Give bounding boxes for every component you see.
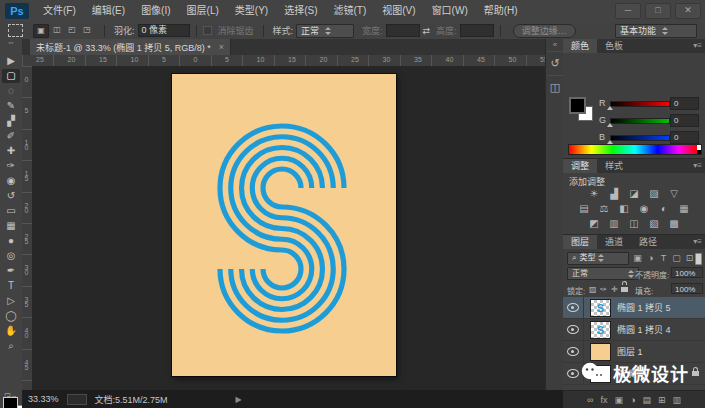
history-panel-icon[interactable]: ↺ <box>547 51 563 74</box>
slider-thumb-icon[interactable] <box>607 123 613 127</box>
ellipse-tool[interactable]: ◯ <box>2 309 20 323</box>
layers-tab-1[interactable]: 通道 <box>597 235 631 249</box>
pen-tool[interactable]: ✒ <box>2 264 20 278</box>
refine-edge-button[interactable]: 调整边缘… <box>513 24 576 38</box>
delete-layer-icon[interactable]: ▥ <box>672 395 681 405</box>
channel-slider[interactable] <box>610 101 670 107</box>
workspace-switcher[interactable]: 基本功能 <box>615 24 697 38</box>
adjustments-tab-1[interactable]: 样式 <box>597 159 631 173</box>
eye-icon[interactable] <box>567 369 579 378</box>
swap-dimensions-icon[interactable]: ⇄ <box>423 26 431 36</box>
type-tool[interactable]: T <box>2 279 20 293</box>
adjustments-menu-icon[interactable]: ▾≡ <box>693 159 702 173</box>
menu-item-6[interactable]: 滤镜(T) <box>327 0 374 22</box>
height-input[interactable] <box>460 24 494 37</box>
maximize-button[interactable]: □ <box>645 3 671 19</box>
menu-item-3[interactable]: 图层(L) <box>180 0 226 22</box>
close-tab-icon[interactable]: × <box>219 42 224 52</box>
exposure-icon[interactable]: ▨ <box>647 188 661 200</box>
expand-panels-icon[interactable]: « <box>548 40 562 49</box>
minimize-button[interactable]: ─ <box>615 3 641 19</box>
crop-tool[interactable]: ▞ <box>2 114 20 128</box>
menu-item-8[interactable]: 窗口(W) <box>425 0 475 22</box>
opacity-value[interactable]: 100% <box>671 267 703 278</box>
lock-position-icon[interactable]: ✛ <box>611 285 618 294</box>
blend-mode-dropdown[interactable]: 正常 <box>567 267 639 280</box>
color-balance-icon[interactable]: ⚖ <box>597 203 611 215</box>
lock-all-icon[interactable] <box>621 285 628 294</box>
adjustments-tab-0[interactable]: 调整 <box>563 159 597 173</box>
vibrance-icon[interactable]: ▽ <box>667 188 681 200</box>
fill-value[interactable]: 100% <box>671 283 703 294</box>
eye-icon[interactable] <box>567 303 579 312</box>
intersect-selection[interactable]: ◳ <box>80 24 94 36</box>
channel-slider[interactable] <box>610 135 670 141</box>
menu-item-9[interactable]: 帮助(H) <box>477 0 525 22</box>
layer-mask-icon[interactable]: ▣ <box>614 395 623 405</box>
curves-icon[interactable]: ◪ <box>627 188 641 200</box>
style-dropdown[interactable]: 正常 <box>296 24 354 38</box>
type-layer-filter-icon[interactable]: T <box>658 253 669 263</box>
healing-brush-tool[interactable]: ✚ <box>2 144 20 158</box>
feather-input[interactable]: 0 像素 <box>138 24 190 37</box>
layer-group-icon[interactable]: ▤ <box>642 395 651 405</box>
layers-menu-icon[interactable]: ▾≡ <box>693 235 702 249</box>
layers-tab-2[interactable]: 路径 <box>631 235 665 249</box>
layer-row[interactable]: S椭圆 1 拷贝 5 <box>563 297 705 319</box>
width-input[interactable] <box>386 24 420 37</box>
color-panel-swatches[interactable] <box>569 97 595 123</box>
shape-layer-filter-icon[interactable]: ▢ <box>671 253 682 263</box>
menu-item-7[interactable]: 视图(V) <box>375 0 422 22</box>
eraser-tool[interactable]: ▭ <box>2 204 20 218</box>
visibility-cell[interactable] <box>563 319 584 340</box>
brightness-contrast-icon[interactable]: ☀ <box>587 188 601 200</box>
layers-tab-0[interactable]: 图层 <box>563 235 597 249</box>
photo-filter-icon[interactable]: ◉ <box>637 203 651 215</box>
slider-thumb-icon[interactable] <box>607 106 613 110</box>
path-selection-tool[interactable]: ▷ <box>2 294 20 308</box>
status-options-arrow-icon[interactable]: ▶ <box>236 395 242 404</box>
gradient-map-icon[interactable]: ▩ <box>667 218 681 230</box>
pixel-layer-filter-icon[interactable]: ▣ <box>632 253 643 263</box>
channel-value[interactable]: 0 <box>670 97 699 110</box>
canvas-document[interactable] <box>172 74 396 376</box>
lock-pixels-icon[interactable]: ✑ <box>600 285 607 294</box>
history-brush-tool[interactable]: ↺ <box>2 189 20 203</box>
visibility-cell[interactable] <box>563 341 584 362</box>
menu-item-1[interactable]: 编辑(E) <box>85 0 132 22</box>
foreground-color-swatch[interactable] <box>3 397 18 408</box>
lasso-tool[interactable]: ◌ <box>2 84 20 98</box>
color-lookup-icon[interactable]: ▦ <box>677 203 691 215</box>
close-button[interactable]: ✕ <box>675 3 701 19</box>
layer-thumbnail[interactable] <box>590 343 611 361</box>
subtract-from-selection[interactable]: ◰ <box>65 24 79 36</box>
gradient-tool[interactable]: ▦ <box>2 219 20 233</box>
eye-icon[interactable] <box>567 347 579 356</box>
menu-item-5[interactable]: 选择(S) <box>277 0 324 22</box>
zoom-level[interactable]: 33.33% <box>28 394 59 404</box>
channel-mixer-icon[interactable]: ◐ <box>657 203 671 215</box>
layer-row[interactable]: S椭圆 1 拷贝 4 <box>563 319 705 341</box>
color-spectrum-ramp[interactable] <box>568 144 702 155</box>
adjustment-layer-filter-icon[interactable]: ◑ <box>645 253 656 263</box>
add-to-selection[interactable]: ◫ <box>50 24 64 36</box>
antialias-checkbox[interactable] <box>203 26 212 35</box>
channel-slider[interactable] <box>610 118 670 124</box>
color-tab-0[interactable]: 颜色 <box>563 39 597 53</box>
link-layers-icon[interactable]: ∞ <box>587 395 593 405</box>
posterize-icon[interactable]: ▥ <box>607 218 621 230</box>
color-tab-1[interactable]: 色板 <box>597 39 631 53</box>
properties-panel-icon[interactable]: ◫ <box>547 75 563 98</box>
lock-transparent-icon[interactable]: ▨ <box>589 285 597 294</box>
layer-style-icon[interactable]: fx <box>600 395 607 405</box>
color-menu-icon[interactable]: ▾≡ <box>693 39 702 53</box>
marquee-tool-preset-icon[interactable] <box>8 24 23 37</box>
layer-filter-toggle[interactable] <box>695 253 702 265</box>
channel-value[interactable]: 0 <box>670 114 699 127</box>
clone-stamp-tool[interactable]: ◉ <box>2 174 20 188</box>
tools-panel-grip[interactable]: ▪▪ <box>0 39 22 47</box>
layer-filter-type-dropdown[interactable]: ⌕ 类型 <box>567 252 629 265</box>
foreground-color-swatch[interactable] <box>569 97 586 114</box>
new-layer-icon[interactable]: ⊞ <box>658 395 666 405</box>
channel-value[interactable]: 0 <box>670 131 699 144</box>
